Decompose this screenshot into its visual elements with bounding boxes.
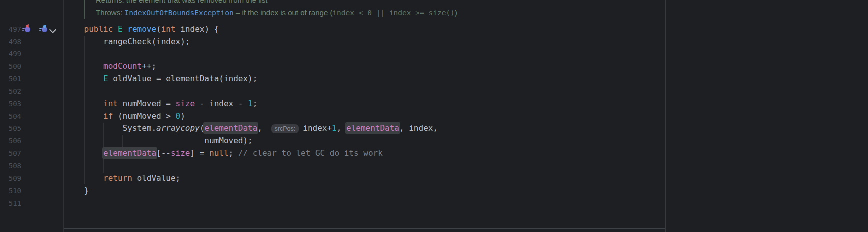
code-line[interactable]: E oldValue = elementData(index); [65, 73, 257, 86]
code-token [65, 112, 103, 121]
code-token: 0 [176, 112, 181, 121]
code-token: rangeCheck(index); [65, 37, 190, 46]
code-token [113, 24, 118, 34]
doc-comment-border [84, 0, 85, 19]
code-token: (numMoved > [113, 112, 175, 121]
code-token: oldValue = elementData(index); [108, 74, 258, 84]
code-line[interactable]: System.arraycopy(elementData, srcPos:ind… [65, 122, 438, 136]
code-token: ] = [190, 148, 209, 158]
code-token: public [84, 24, 113, 34]
bottom-separator [64, 228, 665, 230]
line-number[interactable]: 506 [0, 135, 21, 148]
line-number[interactable]: 501 [0, 73, 21, 86]
code-line[interactable]: return oldValue; [65, 172, 180, 185]
code-token [65, 24, 84, 34]
highlighted-identifier: elementData [204, 124, 257, 133]
doc-text: Throws: [96, 8, 125, 17]
code-token: , index, [399, 124, 438, 133]
code-line[interactable]: numMoved); [65, 135, 253, 148]
speed-line [22, 30, 24, 31]
line-number[interactable]: 503 [0, 98, 21, 110]
code-token: arraycopy [156, 124, 200, 133]
line-number[interactable]: 500 [0, 60, 21, 73]
code-token: size [171, 148, 190, 158]
line-number[interactable]: 507 [0, 148, 21, 160]
code-line[interactable]: int numMoved = size - index - 1; [65, 98, 257, 110]
gutter-action-up-icon[interactable] [22, 25, 31, 34]
doc-text: ) [455, 8, 457, 17]
code-line[interactable]: if (numMoved > 0) [65, 110, 185, 123]
speed-line [39, 30, 41, 31]
code-line[interactable]: } [65, 185, 89, 198]
code-token: // clear to let GC do its work [238, 148, 383, 158]
line-number[interactable]: 504 [0, 110, 21, 123]
code-token: E [118, 24, 123, 34]
code-token: 1 [332, 124, 337, 133]
code-token: ; [229, 148, 238, 158]
code-line[interactable]: public E remove(int index) { [65, 24, 219, 36]
code-token: index+ [303, 124, 332, 133]
code-line[interactable]: rangeCheck(index); [65, 36, 190, 48]
code-token: size [176, 99, 195, 108]
doc-line: Throws: IndexOutOfBoundsException – if t… [96, 6, 457, 20]
code-token [65, 74, 103, 84]
code-token: index) { [176, 24, 219, 34]
line-number[interactable]: 499 [0, 48, 21, 60]
line-number[interactable]: 511 [0, 198, 21, 210]
line-number[interactable]: 498 [0, 36, 21, 48]
code-token: [-- [156, 148, 171, 158]
code-token: modCount [103, 62, 142, 71]
gutter-action-down-icon[interactable] [39, 25, 48, 34]
line-number[interactable]: 502 [0, 86, 21, 98]
highlighted-identifier: elementData [103, 148, 156, 158]
code-line[interactable]: elementData[--size] = null; // clear to … [65, 148, 383, 160]
code-token: int [161, 24, 176, 34]
highlighted-identifier: elementData [346, 124, 399, 133]
code-token: if [103, 112, 113, 121]
doc-text: index < 0 || index >= size() [332, 9, 454, 17]
code-token: ++; [142, 62, 156, 71]
right-margin-guide [665, 0, 666, 232]
code-token: E [103, 74, 108, 84]
gutter-separator [63, 0, 64, 232]
line-number[interactable]: 497 [0, 24, 21, 36]
code-token [65, 174, 103, 183]
line-number[interactable]: 509 [0, 172, 21, 185]
doc-line: Returns: the element that was removed fr… [96, 0, 267, 6]
line-number[interactable]: 510 [0, 185, 21, 198]
code-token: ) [180, 112, 185, 121]
code-token: 1 [248, 99, 253, 108]
doc-text: Returns: the element that was removed fr… [96, 0, 267, 4]
code-editor[interactable]: Returns: the element that was removed fr… [0, 0, 868, 232]
code-token: numMoved); [65, 136, 253, 146]
code-token: , [257, 124, 267, 133]
code-token: null [209, 148, 229, 158]
code-token: - index - [195, 99, 248, 108]
code-token: return [103, 174, 132, 183]
code-token [65, 62, 103, 71]
code-token: ( [156, 24, 161, 34]
code-line[interactable]: modCount++; [65, 60, 156, 73]
code-token: ; [253, 99, 258, 108]
code-token: oldValue; [132, 174, 180, 183]
code-token [65, 148, 103, 158]
code-token: int [103, 99, 118, 108]
chevron-down-icon[interactable] [49, 26, 56, 34]
code-token: remove [127, 24, 156, 34]
code-token: ( [200, 124, 205, 133]
code-token [123, 24, 128, 34]
code-token: } [65, 186, 89, 196]
code-token [65, 99, 103, 108]
code-token: numMoved = [118, 99, 176, 108]
code-token: System. [65, 124, 156, 133]
line-number[interactable]: 505 [0, 122, 21, 135]
inlay-hint-srcpos[interactable]: srcPos: [271, 124, 299, 134]
doc-link-indexoutofboundsexception[interactable]: IndexOutOfBoundsException [125, 9, 234, 17]
line-number[interactable]: 508 [0, 160, 21, 172]
code-token: , [337, 124, 346, 133]
doc-text: – if the index is out of range ( [234, 8, 333, 17]
